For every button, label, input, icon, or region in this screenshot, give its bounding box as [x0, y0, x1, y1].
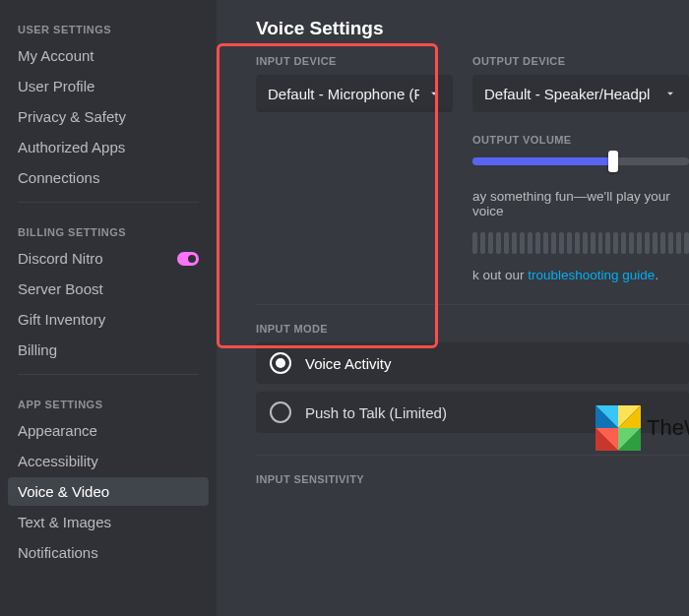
sidebar-item-label: My Account	[18, 47, 94, 64]
sidebar-item-accessibility[interactable]: Accessibility	[8, 447, 209, 475]
divider	[256, 304, 689, 305]
sidebar-item-label: Privacy & Safety	[18, 108, 126, 125]
input-mode-label: Push to Talk (Limited)	[305, 404, 447, 421]
sidebar-item-label: Text & Images	[18, 514, 111, 530]
sidebar-section-header: USER SETTINGS	[8, 10, 209, 41]
sidebar-item-label: Accessibility	[18, 453, 98, 469]
output-volume-header: OUTPUT VOLUME	[472, 134, 689, 146]
sidebar-item-billing[interactable]: Billing	[8, 336, 209, 364]
output-device-select[interactable]: Default - Speaker/Headpl	[472, 75, 689, 112]
sidebar-item-label: Appearance	[18, 422, 97, 439]
sidebar-section-header: BILLING SETTINGS	[8, 213, 209, 244]
page-title: Voice Settings	[256, 18, 689, 39]
input-mode-option[interactable]: Voice Activity	[256, 342, 689, 384]
sidebar-item-label: Billing	[18, 341, 57, 358]
sidebar-item-label: Connections	[18, 169, 99, 186]
sidebar-item-appearance[interactable]: Appearance	[8, 416, 209, 445]
sidebar-section-header: APP SETTINGS	[8, 385, 209, 416]
sidebar-item-voice-video[interactable]: Voice & Video	[8, 477, 209, 506]
sidebar-item-label: Notifications	[18, 544, 98, 561]
sidebar-item-notifications[interactable]: Notifications	[8, 538, 209, 567]
sidebar-item-label: Gift Inventory	[18, 311, 105, 328]
divider	[256, 455, 689, 456]
input-device-header: INPUT DEVICE	[256, 55, 453, 67]
radio-icon	[270, 401, 291, 423]
output-device-selected: Default - Speaker/Headpl	[484, 86, 650, 102]
settings-main: Voice Settings INPUT DEVICE Default - Mi…	[217, 0, 689, 616]
radio-icon	[270, 352, 291, 374]
sidebar-item-label: Discord Nitro	[18, 250, 103, 267]
sidebar-item-user-profile[interactable]: User Profile	[8, 72, 209, 100]
input-device-selected: Default - Microphone (Re	[268, 86, 419, 102]
troubleshooting-link[interactable]: troubleshooting guide	[528, 268, 655, 282]
nitro-badge-icon	[177, 252, 199, 266]
sidebar-item-discord-nitro[interactable]: Discord Nitro	[8, 244, 209, 273]
sidebar-separator	[18, 374, 199, 375]
sidebar-item-connections[interactable]: Connections	[8, 163, 209, 192]
input-mode-option[interactable]: Push to Talk (Limited)	[256, 392, 689, 433]
mic-test-meter	[472, 232, 689, 254]
input-sensitivity-header: INPUT SENSITIVITY	[256, 473, 689, 485]
chevron-down-icon	[427, 87, 441, 100]
sidebar-item-label: Authorized Apps	[18, 139, 125, 155]
sidebar-item-gift-inventory[interactable]: Gift Inventory	[8, 305, 209, 334]
chevron-down-icon	[663, 87, 677, 100]
input-device-select[interactable]: Default - Microphone (Re Default - Micro…	[256, 75, 453, 112]
sidebar-item-label: Server Boost	[18, 280, 103, 297]
sidebar-item-authorized-apps[interactable]: Authorized Apps	[8, 133, 209, 161]
mic-test-text: ay something fun—we'll play your voice	[472, 189, 689, 218]
mic-help-text: k out our troubleshooting guide.	[472, 268, 689, 282]
input-mode-header: INPUT MODE	[256, 323, 689, 335]
sidebar-item-text-images[interactable]: Text & Images	[8, 508, 209, 536]
sidebar-item-label: User Profile	[18, 78, 94, 94]
sidebar-separator	[18, 202, 199, 203]
sidebar-item-privacy-safety[interactable]: Privacy & Safety	[8, 102, 209, 131]
output-volume-slider[interactable]	[472, 157, 689, 165]
sidebar-item-server-boost[interactable]: Server Boost	[8, 275, 209, 303]
input-mode-label: Voice Activity	[305, 355, 392, 372]
sidebar-item-my-account[interactable]: My Account	[8, 41, 209, 70]
output-device-header: OUTPUT DEVICE	[472, 55, 689, 67]
settings-sidebar: USER SETTINGSMy AccountUser ProfilePriva…	[0, 0, 217, 616]
sidebar-item-label: Voice & Video	[18, 483, 109, 500]
